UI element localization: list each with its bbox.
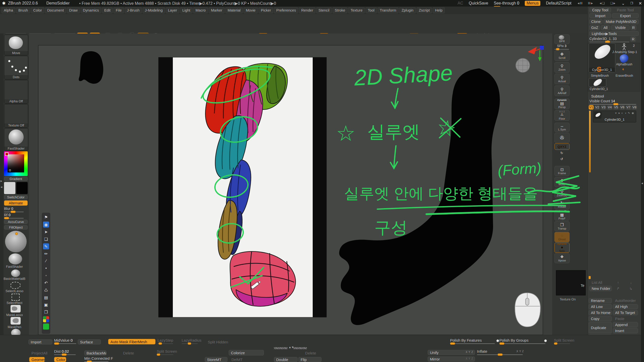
blur-slider[interactable]: Blur 0: [4, 207, 24, 212]
eye-icon[interactable]: ◉: [43, 221, 49, 228]
anatomy-figure-icon[interactable]: [621, 43, 627, 51]
auto-mask-fibermesh-button[interactable]: Auto Mask FiberMesh: [108, 339, 155, 344]
right-divider-icon[interactable]: ◀: [641, 182, 643, 185]
floor-button[interactable]: X Y Z┴Floor: [554, 110, 570, 121]
aahalf-button[interactable]: ⚲AAHalf: [554, 85, 570, 96]
note-icon[interactable]: ▤: [43, 294, 49, 300]
divider-left-icon[interactable]: ◄‖‖: [577, 2, 583, 5]
menu-jbrush[interactable]: J-Brush: [125, 7, 142, 13]
color-picker[interactable]: [4, 151, 28, 176]
menu-file[interactable]: File: [113, 7, 124, 13]
fillobject-button[interactable]: FillObject: [4, 225, 28, 230]
insert-button[interactable]: Insert: [613, 328, 638, 333]
material-basic-icon[interactable]: [11, 269, 20, 277]
minimize-button[interactable]: ⌄: [621, 1, 625, 6]
xpose-button[interactable]: ❖Xpose: [554, 253, 570, 263]
menus-button[interactable]: Menus: [525, 1, 540, 6]
menu-preferences[interactable]: Preferences: [274, 7, 298, 13]
select-icon[interactable]: ❏: [43, 236, 49, 242]
subtool-tab-v6[interactable]: V6: [620, 105, 625, 110]
menu-stroke[interactable]: Stroke: [333, 7, 348, 13]
accucurve-button[interactable]: AccuCurve: [4, 220, 28, 224]
color-button[interactable]: Color: [54, 357, 66, 362]
light-placement-sphere[interactable]: [5, 231, 27, 252]
menu-texture[interactable]: Texture: [348, 7, 365, 13]
menu-stencil[interactable]: Stencil: [316, 7, 332, 13]
pencil-icon[interactable]: ✏: [43, 251, 49, 257]
min-connected-slider[interactable]: Min Connected F: [84, 356, 108, 362]
new-folder-button[interactable]: New Folder: [589, 286, 612, 291]
tuck-left-icon[interactable]: ◄❏: [599, 2, 605, 5]
surface-button[interactable]: Surface: [78, 339, 101, 344]
all-high-button[interactable]: All High: [613, 304, 638, 309]
subtool-item[interactable]: ▾ ● ◐ ◑ ✎ ◉ Cylinder3D_1: [593, 111, 636, 122]
menu-movie[interactable]: Movie: [244, 7, 258, 13]
cursor-icon[interactable]: ➤: [43, 229, 49, 235]
dot-icon[interactable]: •: [43, 265, 49, 271]
append-button[interactable]: Append: [613, 322, 638, 327]
simplebrush-icon[interactable]: S: [597, 65, 601, 73]
menu-document[interactable]: Document: [45, 7, 66, 13]
mirror-button[interactable]: MirrorX Y Z: [428, 356, 475, 361]
line-icon[interactable]: ∕: [43, 258, 49, 264]
rf-slider[interactable]: Rf 0: [4, 213, 24, 218]
subtool-tab-v8[interactable]: V8: [632, 105, 637, 110]
selectrect-icon[interactable]: [12, 294, 20, 301]
geometry-button[interactable]: Geometry: [29, 357, 45, 362]
anatomy-label[interactable]: J Anatomy Step-1: [612, 50, 637, 54]
subtool-tab-v3[interactable]: V3: [601, 105, 606, 110]
zoom-button[interactable]: ⚲Zoom: [554, 62, 570, 73]
masklasso-icon[interactable]: [11, 305, 21, 312]
texture-thumbnail[interactable]: Te: [556, 270, 586, 295]
sym-y-button[interactable]: ↻: [554, 150, 569, 155]
goz-button[interactable]: GoZ: [589, 25, 600, 30]
main-color-swatch[interactable]: [5, 152, 9, 156]
goz-r-button[interactable]: R: [631, 25, 636, 30]
subtool-header[interactable]: Subtool: [591, 94, 604, 98]
menu-zplugin[interactable]: Zplugin: [399, 7, 416, 13]
subtool-tab-v2[interactable]: V2: [595, 105, 600, 110]
zoom3d-button[interactable]: ⚲Zoom3D: [554, 188, 570, 198]
subtool-tab-v4[interactable]: V4: [607, 105, 612, 110]
polyframe-button[interactable]: Line Fill▦PolyF: [554, 210, 570, 220]
menu-layer[interactable]: Layer: [166, 7, 179, 13]
inflate-slider[interactable]: Inflate: [477, 349, 523, 355]
texture-on-button[interactable]: Texture On: [560, 297, 576, 301]
flip-button[interactable]: Flip: [298, 357, 321, 362]
subtool-tab-v1[interactable]: V1: [589, 105, 594, 110]
storemt-button[interactable]: StoreMT: [205, 357, 227, 362]
undo-icon[interactable]: ↶: [43, 280, 49, 286]
restore-button[interactable]: ❐: [630, 2, 633, 5]
menu-material[interactable]: Material: [225, 7, 243, 13]
polish-groups-toggle[interactable]: [544, 339, 547, 342]
menu-brush[interactable]: Brush: [16, 7, 30, 13]
menu-alpha[interactable]: Alpha: [2, 7, 15, 13]
midvalue-slider[interactable]: MidValue 0: [54, 338, 76, 344]
subtool-tab-v7[interactable]: V7: [626, 105, 631, 110]
menu-light[interactable]: Light: [180, 7, 192, 13]
menu-transform[interactable]: Transform: [378, 7, 399, 13]
stroke-thumb-dots[interactable]: Dots: [4, 56, 28, 79]
color-swatch-dark[interactable]: [16, 182, 28, 194]
make-polymesh-button[interactable]: Make PolyMesh3D: [603, 19, 639, 24]
rotate3d-button[interactable]: ↻Rotate: [554, 199, 570, 209]
brush-thumb-move[interactable]: Move: [4, 35, 28, 55]
copy-tool-button[interactable]: Copy Tool: [589, 8, 611, 12]
lightbox-tools-button[interactable]: Lightbox▶Tools: [589, 31, 639, 36]
menu-help[interactable]: Help: [433, 7, 445, 13]
menu-dynamics[interactable]: Dynamics: [81, 7, 101, 13]
move3d-button[interactable]: ✥Move: [554, 177, 570, 187]
pen-icon[interactable]: ✎: [43, 243, 49, 249]
import-doc-button[interactable]: Import: [28, 339, 52, 344]
all-low-button[interactable]: All Low: [589, 304, 612, 309]
menu-picker[interactable]: Picker: [259, 7, 273, 13]
duplicate-button[interactable]: Duplicate: [589, 322, 612, 333]
stamp-icon[interactable]: ◦: [43, 273, 49, 279]
tool-r-button[interactable]: R: [630, 37, 636, 42]
sym-z-button[interactable]: ↺: [554, 156, 569, 161]
spix-slider[interactable]: SPix 3: [554, 44, 569, 50]
gradient-button[interactable]: Gradient: [4, 177, 28, 181]
goz-visible-button[interactable]: Visible: [611, 25, 630, 30]
left-divider[interactable]: ▶ ◀: [0, 33, 4, 362]
dist-slider[interactable]: Dist 0.02: [54, 349, 76, 355]
